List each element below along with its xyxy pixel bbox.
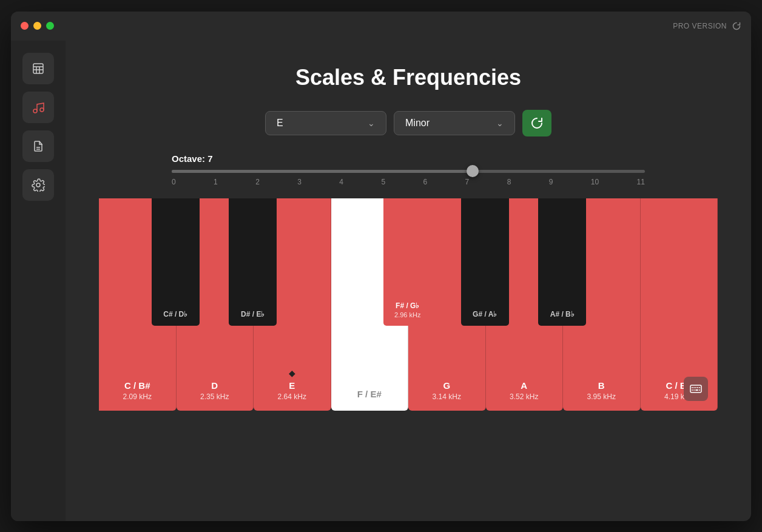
octave-label-text: Octave:: [172, 153, 205, 164]
svg-rect-10: [690, 385, 701, 392]
traffic-lights: [21, 22, 54, 30]
sidebar-item-settings[interactable]: [22, 169, 54, 201]
scale-dropdown-value: Minor: [405, 118, 430, 129]
white-key-d-freq: 2.35 kHz: [200, 392, 229, 401]
white-key-e-label: E: [289, 380, 295, 391]
black-key-fs-freq: 2.96 kHz: [394, 311, 420, 318]
white-key-c-freq: 2.09 kHz: [123, 392, 152, 401]
scale-dropdown[interactable]: Minor ⌄: [394, 111, 515, 135]
key-dropdown[interactable]: E ⌄: [265, 111, 386, 135]
key-dropdown-chevron: ⌄: [368, 118, 375, 128]
diamond-marker: ◆: [289, 368, 295, 378]
white-key-a-label: A: [521, 380, 527, 391]
octave-value: 7: [207, 153, 212, 164]
black-key-gs-label: G# / A♭: [473, 310, 497, 318]
white-key-b-label: B: [598, 380, 605, 391]
white-key-c-label: C / B#: [124, 380, 150, 391]
slider-marks: 0 1 2 3 4 5 6 7 8 9 10 11: [172, 178, 645, 186]
white-key-g-freq: 3.14 kHz: [433, 392, 461, 401]
svg-point-9: [36, 183, 40, 187]
white-key-g-label: G: [443, 380, 450, 391]
white-key-e-freq: 2.64 kHz: [278, 392, 306, 401]
slider-thumb[interactable]: [467, 165, 479, 177]
minimize-button[interactable]: [33, 22, 41, 30]
close-button[interactable]: [21, 22, 29, 30]
black-key-cs[interactable]: C# / D♭: [152, 198, 200, 326]
refresh-button[interactable]: [522, 110, 551, 136]
octave-section: Octave: 7 0 1 2 3 4 5 6: [172, 153, 645, 186]
black-key-ds-label: D# / E♭: [241, 310, 265, 318]
pro-refresh-icon: [732, 21, 741, 31]
black-key-as[interactable]: A# / B♭: [538, 198, 586, 326]
svg-point-6: [40, 108, 44, 112]
white-key-b-freq: 3.95 kHz: [587, 392, 616, 401]
octave-slider[interactable]: 0 1 2 3 4 5 6 7 8 9 10 11: [172, 170, 645, 186]
piano-keys: C / B# 2.09 kHz D 2.35 kHz ◆ E 2.64 kHz: [99, 198, 718, 411]
black-key-gs[interactable]: G# / A♭: [461, 198, 509, 326]
black-key-as-label: A# / B♭: [550, 310, 575, 318]
controls-row: E ⌄ Minor ⌄: [265, 110, 551, 136]
white-key-a-freq: 3.52 kHz: [510, 392, 538, 401]
white-key-f-label: F / E#: [357, 389, 382, 399]
page-title: Scales & Frequencies: [295, 65, 521, 90]
key-dropdown-value: E: [277, 118, 283, 129]
piano-container: C / B# 2.09 kHz D 2.35 kHz ◆ E 2.64 kHz: [99, 198, 718, 411]
octave-label: Octave: 7: [172, 153, 645, 164]
sidebar: [11, 41, 66, 521]
pro-version-text: PRO VERSION: [673, 22, 727, 30]
app-window: PRO VERSION: [11, 12, 751, 521]
sidebar-item-calculator[interactable]: [22, 53, 54, 84]
white-key-d-label: D: [211, 380, 218, 391]
svg-point-5: [33, 109, 37, 113]
slider-fill: [172, 170, 473, 173]
black-key-ds[interactable]: D# / E♭: [229, 198, 277, 326]
sidebar-item-document[interactable]: [22, 130, 54, 162]
pro-version-label[interactable]: PRO VERSION: [673, 21, 741, 31]
slider-track: [172, 170, 645, 173]
titlebar: PRO VERSION: [11, 12, 751, 41]
main-layout: Scales & Frequencies E ⌄ Minor ⌄: [11, 41, 751, 521]
keyboard-icon-button[interactable]: [684, 377, 708, 401]
black-key-cs-label: C# / D♭: [163, 310, 187, 318]
scale-dropdown-chevron: ⌄: [496, 118, 504, 128]
black-key-fs[interactable]: F# / G♭ 2.96 kHz: [383, 198, 431, 326]
maximize-button[interactable]: [46, 22, 54, 30]
content-area: Scales & Frequencies E ⌄ Minor ⌄: [66, 41, 751, 521]
svg-rect-0: [33, 64, 43, 73]
black-key-fs-label: F# / G♭: [396, 301, 419, 310]
sidebar-item-music[interactable]: [22, 92, 54, 123]
